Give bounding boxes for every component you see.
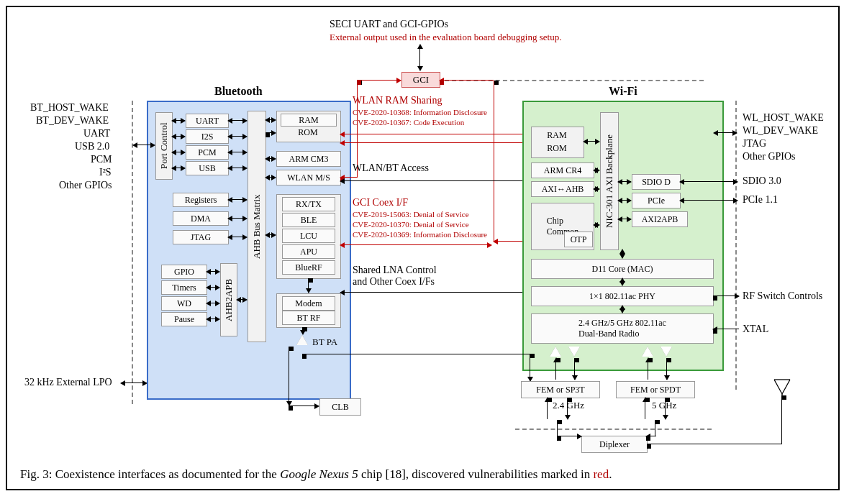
gci-coex-l2: CVE-2020-10369: Information Disclosure (353, 230, 487, 239)
d11-phy-a (622, 278, 622, 285)
gci-into-wlanms (340, 177, 358, 178)
caption-red: red (593, 467, 609, 481)
wifi-io-1: WL_DEV_WAKE (743, 125, 818, 137)
pcie-ext-a (680, 200, 737, 201)
pc-i2s-a (172, 136, 185, 137)
btpa-fem-v (530, 354, 530, 381)
wifi-arm-bp-a (594, 170, 599, 170)
wifi-axi2apb: AXI2APB (632, 211, 688, 227)
bt-lcu: LCU (282, 229, 335, 243)
fem2-dip-a (655, 420, 655, 436)
wifi-axi-bp-a (594, 188, 599, 189)
dip-ant-v (781, 395, 782, 444)
wifi-io-pcie: PCIe 1.1 (743, 194, 778, 206)
pc-uart-a (172, 120, 185, 121)
a1d (574, 358, 575, 380)
bt-rom: ROM (281, 127, 335, 138)
bp-axi2apb-a (618, 219, 631, 219)
pc-usb-a (172, 168, 185, 168)
bt-rxtx: RX/TX (282, 197, 335, 211)
bt-lpo: 32 kHz External LPO (24, 377, 112, 388)
bt-port-pcm: PCM (186, 145, 229, 160)
wlan-ram-l1: CVE-2020-10367: Code Execution (353, 118, 464, 127)
bus-rom-a (265, 132, 276, 133)
wifi-io-2: JTAG (743, 138, 766, 150)
figure-container: SECI UART and GCI-GPIOs External output … (6, 6, 840, 490)
gci-coex-l0: CVE-2019-15063: Denial of Service (353, 210, 469, 219)
wifi-backplane: NIC-301 AXI Backplane (600, 112, 619, 250)
bt-bluerf: BlueRF (282, 260, 335, 275)
timers-a (206, 287, 219, 288)
amp-up-1-icon (550, 347, 561, 357)
amp-up-2-icon (642, 347, 653, 357)
usb-bus-a (228, 168, 247, 168)
wifi-io-xtal: XTAL (743, 324, 768, 335)
in-dip-r (646, 436, 656, 436)
bt-ram: RAM (281, 114, 337, 127)
dip-ant-h (647, 444, 782, 444)
wifi-io-0: WL_HOST_WAKE (743, 112, 824, 124)
bt-pa-label: BT PA (312, 336, 337, 348)
wifi-d11: D11 Core (MAC) (531, 259, 714, 279)
bp-d11-a (622, 249, 622, 258)
fem2-block: FEM or SPDT (616, 381, 695, 398)
caption-mid: chip [18], discovered vulnerabilities ma… (358, 467, 594, 481)
gci-top-arrow (419, 45, 420, 70)
bt-ahb2apb: AHB2APB (220, 263, 237, 336)
shared-lna-label: Shared LNA Control and Other Coex I/Fs (353, 265, 437, 288)
ram-share-arrow (340, 134, 530, 134)
wlan-bt-access-arrow (340, 180, 530, 181)
wifi-axi-ahb: AXI↔AHB (531, 181, 594, 197)
wifi-otp: OTP (564, 232, 593, 247)
i2s-bus-a (228, 136, 247, 137)
bt-modem: Modem (282, 296, 335, 311)
bus-ram-a (265, 119, 276, 120)
wifi-rom: ROM (535, 142, 578, 154)
wifi-io-boundary (735, 101, 737, 390)
fem1-block: FEM or SP3T (521, 381, 600, 398)
bp-pcie-a (618, 200, 631, 201)
wlan-ram-title: WLAN RAM Sharing (353, 95, 442, 106)
in-dip-l (557, 436, 581, 436)
caption-post: . (609, 467, 612, 481)
bp-sdio-a (618, 181, 631, 182)
phy-radio-a (622, 306, 622, 313)
bt-apu: APU (282, 244, 335, 259)
wifi-phy: 1×1 802.11ac PHY (531, 286, 714, 306)
bus-radio-a (265, 234, 276, 235)
fem1-dip-a (557, 420, 558, 436)
bt-port-i2s: I2S (186, 129, 229, 144)
wifi-io-top-a (714, 132, 737, 133)
bt-wd: WD (161, 296, 207, 311)
wifi-cc-bp-a (594, 224, 599, 225)
antenna-icon (773, 378, 791, 400)
uart-bus-a (228, 120, 247, 121)
bt-registers: Registers (173, 193, 229, 207)
reg-bus-a (228, 199, 247, 200)
bt-header: Bluetooth (214, 85, 263, 98)
gci-coex-arrow (340, 244, 491, 245)
clb-block: CLB (319, 398, 361, 416)
rf-ext-a (713, 295, 739, 296)
caption-pre: Fig. 3: Coexistence interfaces as docume… (20, 467, 280, 481)
bt-ble: BLE (282, 213, 335, 227)
gci-coex-title: GCI Coex I/F (353, 197, 408, 209)
wifi-header: Wi-Fi (609, 85, 637, 98)
gci-right-v (494, 81, 494, 242)
figure-caption: Fig. 3: Coexistence interfaces as docume… (20, 467, 825, 482)
bt-pa-triangle-icon (296, 335, 308, 345)
fem1-dn-a (567, 398, 568, 419)
wifi-ram: RAM (535, 129, 578, 141)
wifi-io-sdio: SDIO 3.0 (743, 175, 781, 187)
pcm-bus-a (228, 152, 247, 152)
gci-block: GCI (401, 72, 440, 88)
lpo-arrow (121, 382, 147, 383)
bt-io-1: BT_DEV_WAKE (36, 115, 109, 127)
a2d (666, 358, 667, 380)
bus-wlanms-a (265, 177, 276, 178)
seci-subtitle: External output used in the evaluation b… (330, 32, 561, 43)
gci-left-h (357, 80, 401, 81)
wifi-radio: 2.4 GHz/5 GHz 802.11ac Dual-Band Radio (531, 313, 714, 344)
wifi-arm-cr4: ARM CR4 (531, 162, 594, 178)
bt-io-port-a (133, 145, 155, 145)
